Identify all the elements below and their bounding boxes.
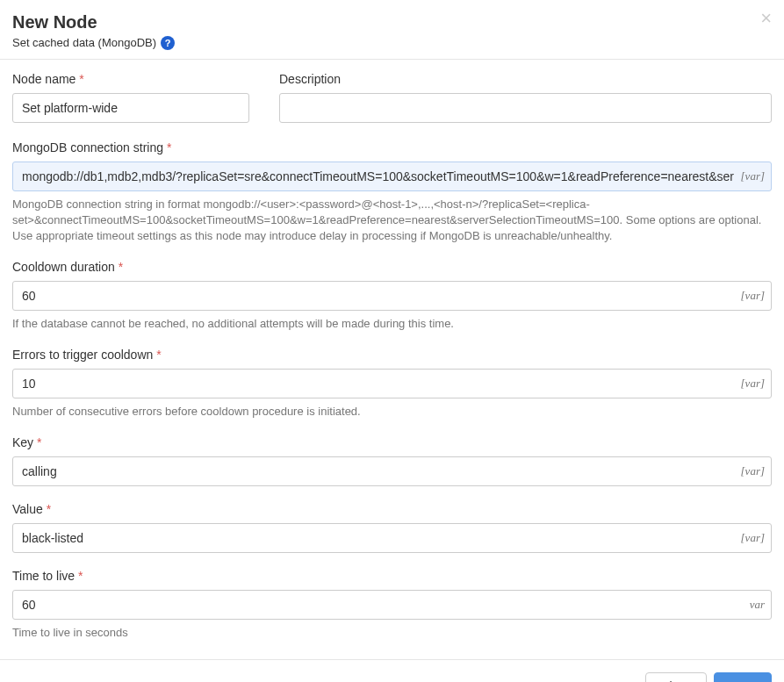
description-input[interactable] bbox=[279, 93, 772, 123]
node-name-label: Node name * bbox=[12, 72, 249, 86]
node-name-label-text: Node name bbox=[12, 72, 76, 86]
close-icon[interactable]: × bbox=[760, 9, 772, 28]
key-input[interactable] bbox=[12, 456, 772, 486]
ttl-label: Time to live * bbox=[12, 569, 772, 583]
required-mark: * bbox=[167, 140, 171, 154]
value-label: Value * bbox=[12, 502, 772, 516]
conn-label-text: MongoDB connection string bbox=[12, 140, 163, 154]
ttl-help: Time to live in seconds bbox=[12, 625, 772, 641]
modal-footer: Close Save bbox=[0, 659, 784, 682]
cooldown-label-text: Cooldown duration bbox=[12, 260, 115, 274]
description-label: Description bbox=[279, 72, 772, 86]
required-mark: * bbox=[79, 72, 83, 86]
required-mark: * bbox=[37, 435, 41, 449]
close-button[interactable]: Close bbox=[645, 672, 707, 682]
modal-subtitle-text: Set cached data (MongoDB) bbox=[12, 36, 156, 49]
errors-help: Number of consecutive errors before cool… bbox=[12, 404, 772, 420]
node-name-input[interactable] bbox=[12, 93, 249, 123]
required-mark: * bbox=[119, 260, 123, 274]
save-button[interactable]: Save bbox=[714, 672, 772, 682]
required-mark: * bbox=[47, 502, 51, 516]
key-label: Key * bbox=[12, 435, 772, 449]
modal-header: New Node Set cached data (MongoDB) ? × bbox=[0, 0, 784, 59]
key-label-text: Key bbox=[12, 435, 33, 449]
conn-input[interactable] bbox=[12, 162, 772, 191]
ttl-label-text: Time to live bbox=[12, 569, 75, 583]
errors-label: Errors to trigger cooldown * bbox=[12, 348, 772, 362]
cooldown-label: Cooldown duration * bbox=[12, 260, 772, 274]
errors-input[interactable] bbox=[12, 369, 772, 398]
modal-subtitle: Set cached data (MongoDB) ? bbox=[12, 36, 175, 50]
value-input[interactable] bbox=[12, 523, 772, 553]
conn-label: MongoDB connection string * bbox=[12, 140, 772, 154]
ttl-input[interactable] bbox=[12, 590, 772, 620]
cooldown-help: If the database cannot be reached, no ad… bbox=[12, 316, 772, 332]
cooldown-input[interactable] bbox=[12, 281, 772, 311]
conn-help: MongoDB connection string in format mong… bbox=[12, 197, 772, 245]
modal-title: New Node bbox=[12, 12, 772, 32]
required-mark: * bbox=[156, 348, 161, 362]
errors-label-text: Errors to trigger cooldown bbox=[12, 348, 153, 362]
help-icon[interactable]: ? bbox=[161, 36, 175, 50]
required-mark: * bbox=[78, 569, 83, 583]
modal-body: Node name * Description MongoDB connecti… bbox=[0, 60, 784, 659]
value-label-text: Value bbox=[12, 502, 43, 516]
